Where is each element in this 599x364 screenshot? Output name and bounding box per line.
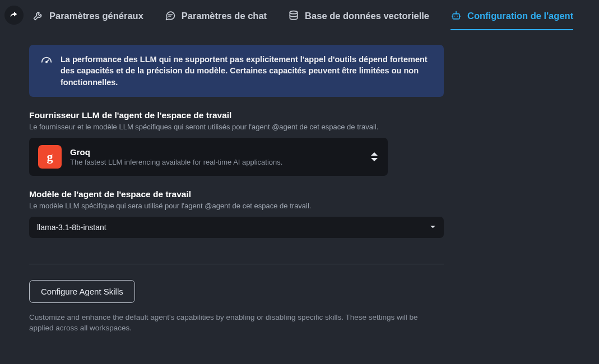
provider-name: Groq bbox=[70, 147, 282, 157]
section-divider bbox=[29, 264, 444, 264]
svg-point-0 bbox=[290, 11, 297, 14]
tab-general-label: Paramètres généraux bbox=[49, 11, 143, 21]
gauge-icon bbox=[40, 54, 53, 88]
agent-model-select[interactable]: llama-3.1-8b-instant bbox=[29, 217, 444, 238]
tab-agent-label: Configuration de l'agent bbox=[467, 11, 573, 21]
model-section-title: Modèle de l'agent de l'espace de travail bbox=[29, 189, 473, 199]
svg-point-2 bbox=[46, 62, 47, 63]
back-arrow-icon bbox=[9, 10, 19, 20]
tab-chat-label: Paramètres de chat bbox=[182, 11, 267, 21]
tab-chat[interactable]: Paramètres de chat bbox=[165, 10, 267, 30]
robot-icon bbox=[451, 10, 462, 21]
provider-section-subtitle: Le fournisseur et le modèle LLM spécifiq… bbox=[29, 123, 473, 131]
configure-agent-skills-button[interactable]: Configure Agent Skills bbox=[29, 280, 135, 303]
back-button[interactable] bbox=[4, 6, 24, 25]
skills-description: Customize and enhance the default agent'… bbox=[29, 312, 444, 334]
tab-agent-config[interactable]: Configuration de l'agent bbox=[451, 10, 573, 30]
tab-general[interactable]: Paramètres généraux bbox=[32, 10, 143, 30]
chevron-updown-icon bbox=[371, 152, 378, 161]
provider-description: The fastest LLM inferencing available fo… bbox=[70, 158, 282, 166]
tab-vector-db[interactable]: Base de données vectorielle bbox=[288, 10, 429, 30]
chat-icon bbox=[165, 10, 176, 21]
provider-info: Groq The fastest LLM inferencing availab… bbox=[70, 147, 282, 166]
content-area: La performance des LLM qui ne supportent… bbox=[0, 30, 473, 334]
svg-rect-1 bbox=[453, 14, 459, 19]
provider-section-title: Fournisseur LLM de l'agent de l'espace d… bbox=[29, 110, 473, 120]
tab-bar: Paramètres généraux Paramètres de chat B… bbox=[28, 0, 573, 30]
tab-vector-label: Base de données vectorielle bbox=[305, 11, 429, 21]
notice-text: La performance des LLM qui ne supportent… bbox=[61, 54, 431, 88]
llm-provider-select[interactable]: g Groq The fastest LLM inferencing avail… bbox=[29, 138, 388, 176]
database-icon bbox=[288, 10, 299, 21]
model-section-subtitle: Le modèle LLM spécifique qui sera utilis… bbox=[29, 202, 473, 210]
warning-notice: La performance des LLM qui ne supportent… bbox=[29, 45, 444, 97]
wrench-icon bbox=[32, 10, 44, 21]
groq-logo-icon: g bbox=[38, 145, 62, 169]
